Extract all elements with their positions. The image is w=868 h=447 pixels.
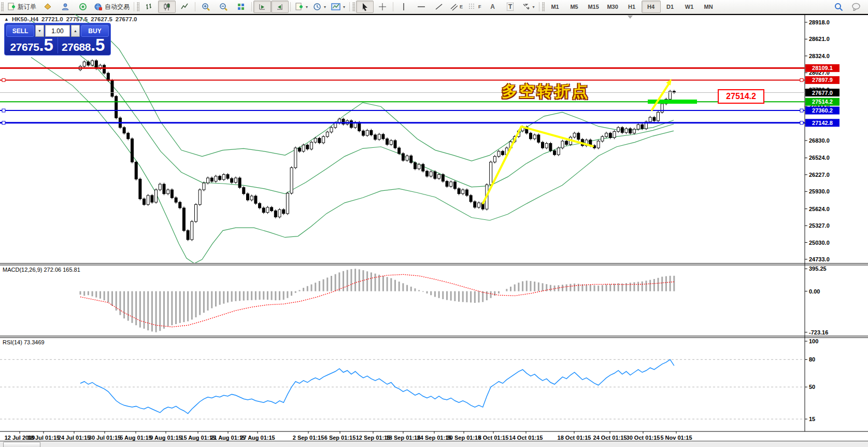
symbol-period-label: HK50-,H4 <box>12 16 38 22</box>
zoom-in-icon <box>202 3 210 11</box>
fibonacci-letter: F <box>478 4 481 9</box>
signals-icon <box>79 3 87 11</box>
profiles-icon <box>44 3 52 11</box>
timeframe-h4[interactable]: H4 <box>642 1 661 13</box>
text-label-tool[interactable]: T <box>502 1 519 13</box>
chat-button[interactable] <box>847 1 865 13</box>
open-value: 27721.0 <box>41 16 63 22</box>
ohlc-header: ▲ HK50-,H4 27721.0 27757.5 27627.5 27677… <box>4 16 137 22</box>
timeframe-d1[interactable]: D1 <box>661 1 680 13</box>
profiles-button[interactable] <box>39 1 56 13</box>
timeframe-m1[interactable]: M1 <box>546 1 565 13</box>
trendline-icon <box>435 3 443 11</box>
autotrading-label: 自动交易 <box>105 3 130 11</box>
chat-icon <box>851 3 861 11</box>
close-value: 27677.0 <box>116 16 137 22</box>
rsi-indicator-label: RSI(14) 73.3469 <box>3 339 45 345</box>
chart-window <box>0 14 868 442</box>
bar-chart-icon <box>145 3 153 11</box>
autotrading-icon <box>94 3 103 11</box>
autotrading-button[interactable]: 自动交易 <box>92 1 132 13</box>
arrows-icon <box>522 3 530 11</box>
crosshair-icon <box>378 3 387 11</box>
low-value: 27627.5 <box>91 16 112 22</box>
high-value: 27757.5 <box>66 16 88 22</box>
fibonacci-icon <box>468 3 476 11</box>
arrows-tool[interactable]: ▾ <box>519 1 537 13</box>
signals-button[interactable] <box>74 1 92 13</box>
new-order-icon <box>7 3 16 11</box>
line-chart-icon <box>180 3 189 11</box>
timeframe-m5[interactable]: M5 <box>565 1 584 13</box>
zoom-in-button[interactable] <box>197 1 215 13</box>
chart-tab[interactable] <box>3 442 40 447</box>
candlestick-button[interactable] <box>158 1 176 13</box>
main-toolbar: 新订单 自动交易 <box>0 0 868 14</box>
text-label-letter: T <box>507 3 514 11</box>
toolbar-grip <box>1 2 4 11</box>
sell-button[interactable]: SELL <box>6 25 34 37</box>
sell-price-main: 27675 <box>10 41 39 53</box>
sell-price[interactable]: 27675 .5 <box>6 37 58 53</box>
tile-windows-button[interactable] <box>232 1 250 13</box>
channel-letter: E <box>460 4 463 9</box>
vertical-line-icon <box>401 3 406 11</box>
sell-price-big: .5 <box>39 37 53 53</box>
crosshair-tool-button[interactable] <box>374 1 391 13</box>
templates-caret: ▾ <box>343 5 345 9</box>
periods-button[interactable]: ▾ <box>310 1 329 13</box>
arrows-caret: ▾ <box>533 5 535 9</box>
add-indicator-button[interactable]: ▾ <box>292 1 310 13</box>
line-chart-button[interactable] <box>176 1 193 13</box>
chart-shift-button[interactable] <box>271 1 289 13</box>
templates-icon <box>331 3 340 11</box>
timeframe-h1[interactable]: H1 <box>622 1 642 13</box>
panel-collapse-icon[interactable]: ▲ <box>4 17 9 22</box>
macd-indicator-label: MACD(12,26,9) 272.06 165.81 <box>3 267 80 273</box>
periods-caret: ▾ <box>324 5 326 9</box>
text-tool[interactable]: A <box>484 1 502 13</box>
price-callout-box[interactable]: 27514.2 <box>718 89 764 104</box>
timeframe-m15[interactable]: M15 <box>584 1 603 13</box>
chart-shift-icon <box>276 3 284 11</box>
metaeditor-icon <box>61 3 69 11</box>
add-indicator-icon <box>295 3 303 11</box>
channel-icon <box>450 3 458 11</box>
bar-chart-button[interactable] <box>140 1 158 13</box>
channel-tool[interactable]: E <box>448 1 465 13</box>
horizontal-line-tool[interactable] <box>412 1 430 13</box>
candlestick-icon <box>163 3 171 11</box>
search-button[interactable] <box>830 1 847 13</box>
timeframe-m30[interactable]: M30 <box>603 1 622 13</box>
add-indicator-caret: ▾ <box>306 5 308 9</box>
fibonacci-tool[interactable]: F <box>465 1 484 13</box>
clock-icon <box>313 3 321 11</box>
zoom-out-icon <box>219 3 227 11</box>
tile-windows-icon <box>237 3 245 11</box>
chart-tab-bar <box>0 441 868 447</box>
cursor-tool-button[interactable] <box>356 1 374 13</box>
chart-annotation-text[interactable]: 多空转折点 <box>502 81 590 102</box>
trendline-tool[interactable] <box>430 1 448 13</box>
templates-button[interactable]: ▾ <box>329 1 348 13</box>
new-order-label: 新订单 <box>18 3 36 11</box>
auto-scroll-icon <box>258 3 266 11</box>
timeframe-mn[interactable]: MN <box>699 1 718 13</box>
mt4-terminal: 新订单 自动交易 <box>0 0 868 447</box>
buy-price-big: .5 <box>91 37 105 53</box>
timeframe-w1[interactable]: W1 <box>680 1 699 13</box>
one-click-trading-panel: SELL ▼ 1.00 ▲ BUY 27675 .5 27688 .5 <box>4 23 111 55</box>
vertical-line-tool[interactable] <box>395 1 412 13</box>
cursor-icon <box>361 3 368 11</box>
auto-scroll-button[interactable] <box>253 1 271 13</box>
volume-increase-button[interactable]: ▲ <box>71 25 80 37</box>
buy-price[interactable]: 27688 .5 <box>58 37 109 53</box>
buy-price-main: 27688 <box>62 41 91 53</box>
metaeditor-button[interactable] <box>56 1 74 13</box>
horizontal-line-icon <box>417 3 425 11</box>
text-tool-letter: A <box>490 3 495 10</box>
timeframe-group: M1M5M15M30H1H4D1W1MN <box>546 1 718 13</box>
search-icon <box>834 3 843 11</box>
zoom-out-button[interactable] <box>215 1 232 13</box>
new-order-button[interactable]: 新订单 <box>5 1 39 13</box>
